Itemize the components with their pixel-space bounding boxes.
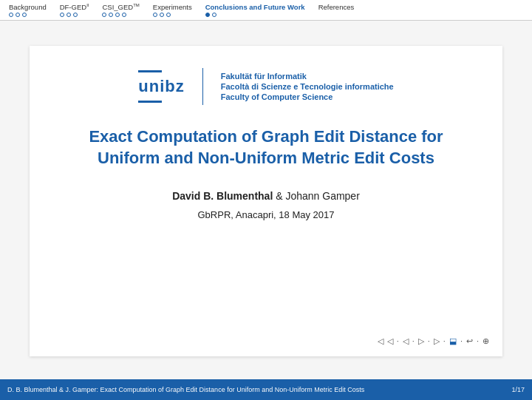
nav-dots-dfged (60, 13, 78, 17)
logo-line-top (138, 70, 162, 72)
presentation-title: Exact Computation of Graph Edit Distance… (89, 126, 443, 169)
nav-dot (115, 13, 120, 17)
nav-dot (166, 13, 171, 17)
uni-info: Fakultät für Informatik Facoltà di Scien… (221, 72, 394, 101)
author-connector: & (273, 190, 285, 202)
nav-dot (109, 13, 113, 17)
nav-icon-right2[interactable]: ▷ (434, 336, 440, 346)
nav-dot (212, 13, 216, 17)
nav-dot (60, 13, 64, 17)
nav-dots-conclusions (205, 13, 216, 17)
nav-dots-background (9, 13, 27, 17)
nav-icon-dot5: · (460, 336, 463, 345)
logo-divider (202, 68, 203, 105)
nav-icon-return[interactable]: ↩ (466, 336, 473, 346)
nav-icon-search[interactable]: ⊕ (482, 336, 489, 346)
footer-bar: D. B. Blumenthal & J. Gamper: Exact Comp… (0, 379, 532, 400)
title-line1: Exact Computation of Graph Edit Distance… (89, 126, 443, 148)
conference-info: GbRPR, Anacapri, 18 May 2017 (198, 209, 335, 220)
nav-icon-right[interactable]: ▷ (418, 336, 424, 346)
uni-line-3: Faculty of Computer Science (221, 92, 394, 101)
footer-page: 1/17 (511, 386, 525, 393)
nav-icon-dot4: · (443, 336, 446, 345)
nav-dot (153, 13, 157, 17)
author-regular: Johann Gamper (285, 190, 359, 202)
nav-icon-bookmark[interactable]: ⬓ (449, 336, 457, 346)
slide-nav-icons: ◁ ◁ · ◁ · ▷ · ▷ · ⬓ · ↩ · ⊕ (378, 336, 489, 346)
nav-icon-dot3: · (428, 336, 430, 345)
nav-icon-left[interactable]: ◁ (378, 336, 383, 346)
nav-item-dfged[interactable]: DF-GEDII (57, 3, 100, 18)
nav-icon-dot6: · (477, 336, 479, 345)
nav-item-experiments[interactable]: Experiments (150, 3, 202, 18)
slide: unibz Fakultät für Informatik Facoltà di… (30, 46, 502, 356)
logo-text: unibz (138, 77, 184, 96)
uni-line-2: Facoltà di Scienze e Tecnologie informat… (221, 82, 394, 91)
nav-dot (160, 13, 164, 17)
nav-item-background[interactable]: Background (6, 3, 57, 18)
nav-item-references[interactable]: References (316, 3, 365, 14)
nav-icon-left2[interactable]: ◁ (387, 336, 393, 346)
nav-label-dfged: DF-GEDII (60, 3, 89, 11)
nav-dot (102, 13, 106, 17)
nav-icon-dot1: · (397, 336, 399, 345)
nav-label-conclusions: Conclusions and Future Work (205, 3, 305, 11)
nav-dot (66, 13, 71, 17)
logo-section: unibz Fakultät für Informatik Facoltà di… (138, 68, 393, 105)
main-content: unibz Fakultät für Informatik Facoltà di… (0, 21, 532, 381)
logo-line-bottom (138, 101, 162, 103)
nav-dot (122, 13, 126, 17)
nav-item-csiged[interactable]: CSI_GEDTM (99, 3, 149, 18)
uni-line-1: Fakultät für Informatik (221, 72, 394, 81)
top-navigation: Background DF-GEDII CSI_GEDTM Experiment… (0, 0, 532, 21)
nav-dot (16, 13, 20, 17)
authors-section: David B. Blumenthal & Johann Gamper (172, 190, 360, 202)
nav-label-references: References (318, 3, 355, 11)
nav-item-conclusions[interactable]: Conclusions and Future Work (202, 3, 316, 18)
title-line2: Uniform and Non-Uniform Metric Edit Cost… (89, 147, 443, 169)
footer-text: D. B. Blumenthal & J. Gamper: Exact Comp… (7, 386, 364, 393)
nav-icon-left3[interactable]: ◁ (403, 336, 409, 346)
nav-dot (22, 13, 27, 17)
nav-label-csiged: CSI_GEDTM (102, 3, 139, 11)
nav-dots-experiments (153, 13, 171, 17)
unibz-logo: unibz (138, 70, 184, 103)
nav-icon-dot2: · (412, 336, 415, 345)
nav-dot (73, 13, 78, 17)
nav-label-background: Background (9, 3, 47, 11)
nav-dot-filled (205, 13, 210, 17)
author-bold: David B. Blumenthal (172, 190, 273, 202)
nav-dot (9, 13, 13, 17)
nav-dots-csiged (102, 13, 126, 17)
nav-label-experiments: Experiments (153, 3, 192, 11)
